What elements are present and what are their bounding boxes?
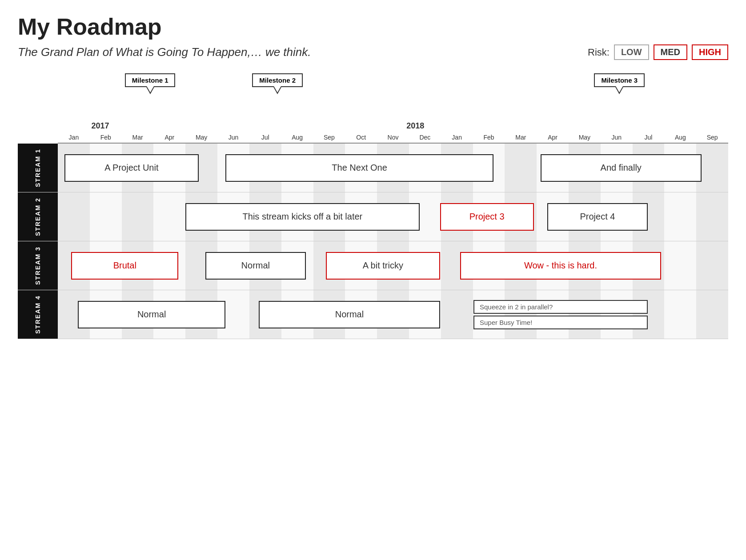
stream-item: Project 3 [440,203,534,231]
month-label: Nov [377,134,409,141]
month-label: Jul [249,134,281,141]
year-label: 2017 [91,121,109,131]
stream-item: Project 4 [547,203,648,231]
month-label: Feb [90,134,122,141]
stream-row: STREAM 1A Project UnitThe Next OneAnd fi… [18,144,728,192]
stream-row: STREAM 2This stream kicks off a bit late… [18,192,728,241]
stream-item: Normal [78,301,225,328]
milestone-bubble: Milestone 1 [125,73,176,87]
stream-row: STREAM 4NormalNormalSqueeze in 2 in para… [18,290,728,339]
stacked-item: Super Busy Time! [473,316,648,329]
month-label: Jun [601,134,633,141]
month-label: Oct [345,134,377,141]
stream-item: This stream kicks off a bit later [185,203,420,231]
risk-med-badge: MED [654,44,687,60]
stream-item: Normal [259,301,440,328]
stream-label: STREAM 2 [18,192,58,241]
stacked-items: Squeeze in 2 in parallel?Super Busy Time… [473,300,648,329]
month-label: Mar [122,134,154,141]
subtitle: The Grand Plan of What is Going To Happe… [18,45,311,59]
milestone-bubble: Milestone 2 [252,73,303,87]
stream-item: The Next One [225,154,493,182]
stream-item: Normal [205,252,306,280]
stream-label: STREAM 3 [18,241,58,290]
month-label: Dec [409,134,441,141]
month-label: Apr [537,134,569,141]
stream-item: And finally [541,154,702,182]
month-label: Sep [313,134,345,141]
month-label: Sep [696,134,728,141]
stream-label: STREAM 4 [18,290,58,339]
stream-item: A bit tricky [326,252,440,280]
month-label: Aug [664,134,696,141]
month-label: Apr [153,134,185,141]
stream-label: STREAM 1 [18,144,58,192]
month-label: Jan [58,134,90,141]
risk-legend: Risk: LOW MED HIGH [588,44,728,60]
risk-low-badge: LOW [614,44,649,60]
month-label: Mar [505,134,537,141]
year-label: 2018 [406,121,424,131]
month-label: Feb [473,134,505,141]
month-label: May [185,134,217,141]
stream-item: A Project Unit [64,154,199,182]
milestone-bubble: Milestone 3 [594,73,645,87]
page-title: My Roadmap [18,13,728,40]
month-label: May [569,134,601,141]
stream-item: Wow - this is hard. [460,252,661,280]
month-label: Aug [281,134,313,141]
stream-item: Brutal [71,252,178,280]
month-label: Jul [633,134,665,141]
stacked-item: Squeeze in 2 in parallel? [473,300,648,314]
month-label: Jun [217,134,249,141]
risk-high-badge: HIGH [692,44,728,60]
stream-row: STREAM 3BrutalNormalA bit trickyWow - th… [18,241,728,290]
risk-label: Risk: [588,47,610,58]
month-label: Jan [441,134,473,141]
